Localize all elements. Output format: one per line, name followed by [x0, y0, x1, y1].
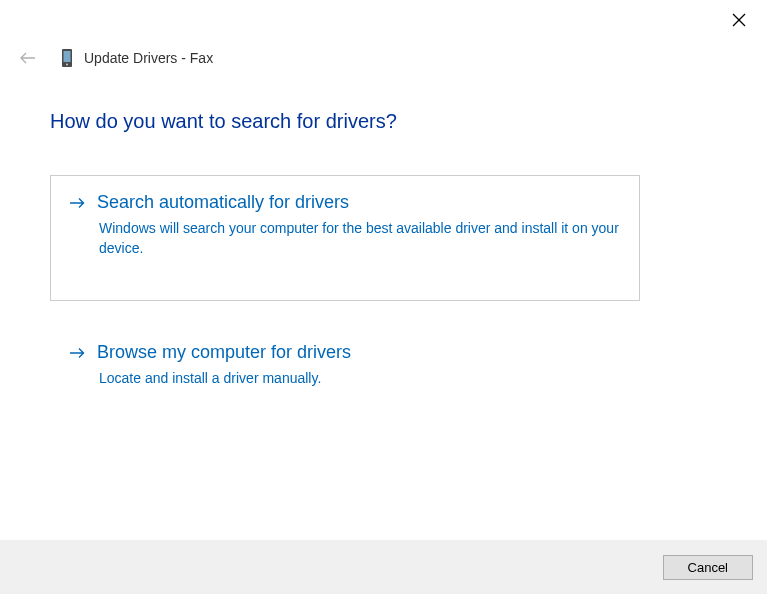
arrow-right-icon: [69, 197, 85, 209]
option-browse-computer[interactable]: Browse my computer for drivers Locate an…: [50, 325, 640, 410]
option-description: Windows will search your computer for th…: [99, 219, 619, 258]
close-button[interactable]: [731, 12, 747, 28]
option-title: Search automatically for drivers: [97, 192, 349, 213]
wizard-content: How do you want to search for drivers? S…: [50, 110, 717, 434]
option-description: Locate and install a driver manually.: [99, 369, 619, 389]
back-button[interactable]: [18, 48, 38, 68]
device-icon: [60, 48, 74, 68]
svg-point-4: [66, 64, 68, 66]
wizard-question: How do you want to search for drivers?: [50, 110, 717, 133]
arrow-right-icon: [69, 347, 85, 359]
wizard-header: Update Drivers - Fax: [18, 48, 213, 68]
back-arrow-icon: [20, 52, 36, 64]
option-header: Search automatically for drivers: [69, 192, 621, 213]
option-title: Browse my computer for drivers: [97, 342, 351, 363]
close-icon: [732, 13, 746, 27]
wizard-footer: Cancel: [0, 540, 767, 594]
svg-rect-3: [64, 51, 71, 62]
option-search-automatically[interactable]: Search automatically for drivers Windows…: [50, 175, 640, 301]
cancel-button[interactable]: Cancel: [663, 555, 753, 580]
option-header: Browse my computer for drivers: [69, 342, 621, 363]
window-title: Update Drivers - Fax: [84, 50, 213, 66]
